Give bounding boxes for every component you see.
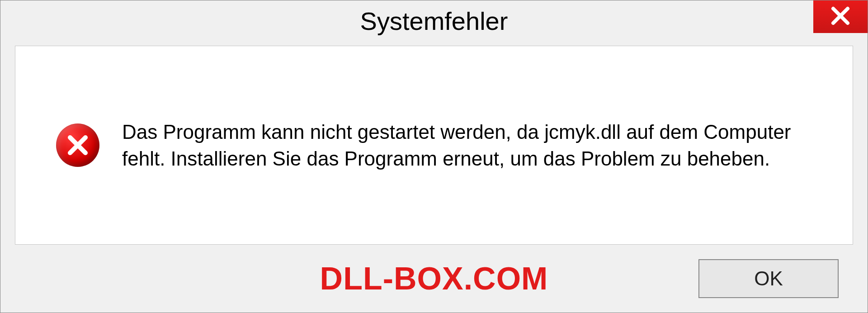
error-message: Das Programm kann nicht gestartet werden…	[122, 119, 800, 172]
error-icon	[56, 123, 99, 167]
error-dialog: Systemfehler Das Programm kann nicht ges…	[0, 0, 868, 313]
watermark-text: DLL-BOX.COM	[320, 261, 548, 297]
dialog-title: Systemfehler	[360, 6, 508, 36]
footer: DLL-BOX.COM OK	[0, 245, 868, 313]
content-area: Das Programm kann nicht gestartet werden…	[15, 46, 853, 245]
close-icon	[830, 6, 850, 28]
ok-button[interactable]: OK	[698, 259, 839, 298]
titlebar: Systemfehler	[0, 0, 868, 41]
ok-button-label: OK	[754, 267, 783, 290]
close-button[interactable]	[813, 0, 868, 33]
